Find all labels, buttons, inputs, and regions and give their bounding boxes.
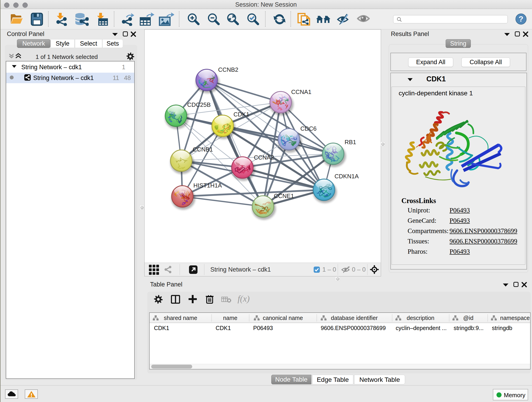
svg-text:?: ? [519,14,524,23]
svg-text:CDKN1A: CDKN1A [335,173,359,180]
svg-text:CCNA1: CCNA1 [291,89,311,95]
svg-text:HIST1H1A: HIST1H1A [193,182,222,189]
svg-text:CCNE1: CCNE1 [274,192,294,199]
svg-text:CCNA2: CCNA2 [254,154,274,161]
svg-text:CDK1: CDK1 [234,111,249,118]
svg-text:CDC25B: CDC25B [187,101,211,108]
svg-text:CDC6: CDC6 [300,125,317,132]
svg-text:CCNB1: CCNB1 [193,146,213,153]
svg-text:CCNB2: CCNB2 [218,66,238,73]
svg-text:RB1: RB1 [345,139,356,146]
